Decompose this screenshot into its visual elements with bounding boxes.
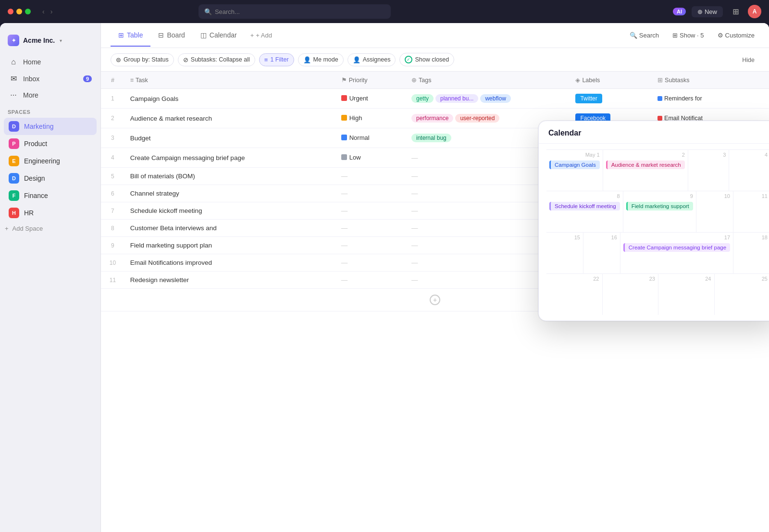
row-task[interactable]: Email Notifications improved: [124, 254, 335, 272]
space-item-engineering[interactable]: E Engineering: [4, 152, 97, 170]
calendar-cell[interactable]: 10: [696, 191, 733, 232]
calendar-event[interactable]: Create Campaign messaging brief page: [623, 243, 730, 252]
title-bar: ‹ › 🔍 Search... AI ⊕ New ⊞ A: [0, 0, 769, 23]
calendar-cell[interactable]: 2Audience & market research: [603, 150, 688, 191]
workspace-header[interactable]: ✦ Acme Inc. ▾: [0, 31, 100, 54]
minimize-button[interactable]: [16, 9, 22, 14]
calendar-popup: Calendar May 1Campaign Goals2Audience & …: [538, 121, 769, 321]
tag-item[interactable]: webflow: [480, 94, 510, 103]
calendar-cell[interactable]: 3: [688, 150, 730, 191]
row-subtasks: Reminders for: [652, 89, 769, 109]
tab-board[interactable]: ⊟ Board: [150, 25, 192, 47]
subtask-item: Reminders for: [657, 95, 702, 102]
spaces-nav: D Marketing P Product E Engineering D De…: [0, 118, 100, 222]
apps-grid-icon[interactable]: ⊞: [729, 5, 742, 18]
calendar-cell[interactable]: 8Schedule kickoff meeting: [546, 191, 623, 232]
col-task[interactable]: ≡Task: [124, 72, 335, 89]
subtasks-button[interactable]: ⊘ Subtasks: Collapse all: [178, 53, 255, 66]
row-priority: Low: [335, 148, 406, 168]
maximize-button[interactable]: [25, 9, 31, 14]
person-icon: 👤: [303, 56, 311, 63]
space-item-hr[interactable]: H HR: [4, 204, 97, 222]
row-number: 9: [101, 237, 124, 254]
ai-badge[interactable]: AI: [673, 8, 686, 15]
add-space-button[interactable]: + Add Space: [0, 222, 100, 235]
row-number: 11: [101, 272, 124, 289]
row-tags: gettyplanned bu...webflow: [406, 89, 570, 109]
space-dot-finance: F: [9, 190, 19, 201]
tag-item[interactable]: user-reported: [455, 114, 499, 123]
add-view-button[interactable]: + + Add: [245, 28, 278, 43]
row-task[interactable]: Schedule kickoff meeting: [124, 202, 335, 220]
calendar-cell[interactable]: 15: [546, 233, 583, 273]
search-action[interactable]: 🔍 Search: [625, 29, 664, 42]
space-item-finance[interactable]: F Finance: [4, 187, 97, 204]
space-item-design[interactable]: D Design: [4, 170, 97, 187]
row-task[interactable]: Audience & market research: [124, 109, 335, 128]
row-task[interactable]: Channel strategy: [124, 185, 335, 202]
priority-dot-icon: [341, 95, 347, 101]
add-task-button[interactable]: +: [430, 295, 440, 305]
col-subtasks[interactable]: ⊞Subtasks: [652, 72, 769, 89]
table-row[interactable]: 1Campaign GoalsUrgentgettyplanned bu...w…: [101, 89, 769, 109]
calendar-week-row: 22232425: [546, 273, 769, 315]
show-closed-button[interactable]: ✓ Show closed: [399, 53, 454, 66]
show-action[interactable]: ⊞ Show · 5: [668, 29, 709, 42]
customize-action[interactable]: ⚙ Customize: [713, 29, 759, 42]
tab-board-label: Board: [167, 31, 185, 39]
space-item-product[interactable]: P Product: [4, 135, 97, 152]
me-mode-button[interactable]: 👤 Me mode: [298, 53, 344, 66]
new-button[interactable]: ⊕ New: [692, 6, 723, 17]
sidebar-item-more[interactable]: ··· More: [4, 87, 97, 103]
sidebar-item-inbox[interactable]: ✉ Inbox 9: [4, 70, 97, 87]
calendar-cell[interactable]: 18: [733, 233, 769, 273]
calendar-event[interactable]: Schedule kickoff meeting: [549, 202, 620, 210]
col-priority[interactable]: ⚑Priority: [335, 72, 406, 89]
tag-item[interactable]: getty: [411, 94, 434, 103]
hide-button[interactable]: Hide: [737, 54, 759, 66]
calendar-cell[interactable]: 17Create Campaign messaging brief page: [620, 233, 733, 273]
tag-item[interactable]: internal bug: [411, 134, 451, 142]
calendar-cell[interactable]: 23: [603, 274, 659, 315]
calendar-cell[interactable]: May 1Campaign Goals: [546, 150, 603, 191]
tab-calendar[interactable]: ◫ Calendar: [193, 25, 245, 47]
row-task[interactable]: Field marketing support plan: [124, 237, 335, 254]
col-labels[interactable]: ◈Labels: [570, 72, 652, 89]
filter-button[interactable]: ≡ 1 Filter: [259, 53, 294, 66]
search-icon: 🔍: [630, 32, 637, 39]
row-task[interactable]: Campaign Goals: [124, 89, 335, 109]
row-task[interactable]: Create Campaign messaging brief page: [124, 148, 335, 168]
user-avatar[interactable]: A: [748, 5, 761, 18]
space-item-marketing[interactable]: D Marketing: [4, 118, 97, 135]
tag-item[interactable]: planned bu...: [435, 94, 478, 103]
calendar-cell[interactable]: 16: [583, 233, 620, 273]
row-task[interactable]: Redesign newsletter: [124, 272, 335, 289]
tag-item[interactable]: performance: [411, 114, 453, 123]
calendar-cell[interactable]: 22: [546, 274, 603, 315]
calendar-cell[interactable]: 24: [658, 274, 715, 315]
calendar-event[interactable]: Field marketing support: [626, 202, 693, 210]
row-task[interactable]: Customer Beta interviews and: [124, 220, 335, 237]
calendar-cell[interactable]: 9Field marketing support: [623, 191, 696, 232]
calendar-cell[interactable]: 11: [733, 191, 769, 232]
back-arrow[interactable]: ‹: [40, 7, 47, 16]
row-task[interactable]: Budget: [124, 128, 335, 148]
group-by-button[interactable]: ⊚ Group by: Status: [111, 53, 174, 66]
assignees-button[interactable]: 👤 Assignees: [347, 53, 396, 66]
global-search-bar[interactable]: 🔍 Search...: [198, 4, 391, 19]
label-badge[interactable]: Twitter: [575, 94, 602, 103]
close-button[interactable]: [8, 9, 13, 14]
space-dot-design: D: [9, 173, 19, 184]
calendar-event[interactable]: Audience & market research: [606, 161, 685, 169]
calendar-cell[interactable]: 25: [715, 274, 769, 315]
calendar-cell[interactable]: 4: [729, 150, 769, 191]
tab-table[interactable]: ⊞ Table: [111, 25, 150, 47]
col-tags[interactable]: ⊕Tags: [406, 72, 570, 89]
sidebar-item-home[interactable]: ⌂ Home: [4, 54, 97, 70]
forward-arrow[interactable]: ›: [49, 7, 55, 16]
row-task[interactable]: Bill of materials (BOM): [124, 168, 335, 185]
labels-col-icon: ◈: [575, 77, 580, 84]
sidebar: ✦ Acme Inc. ▾ ⌂ Home ✉ Inbox 9 ··· More …: [0, 23, 101, 532]
calendar-event[interactable]: Campaign Goals: [549, 161, 600, 169]
toolbar: ⊚ Group by: Status ⊘ Subtasks: Collapse …: [101, 48, 769, 72]
